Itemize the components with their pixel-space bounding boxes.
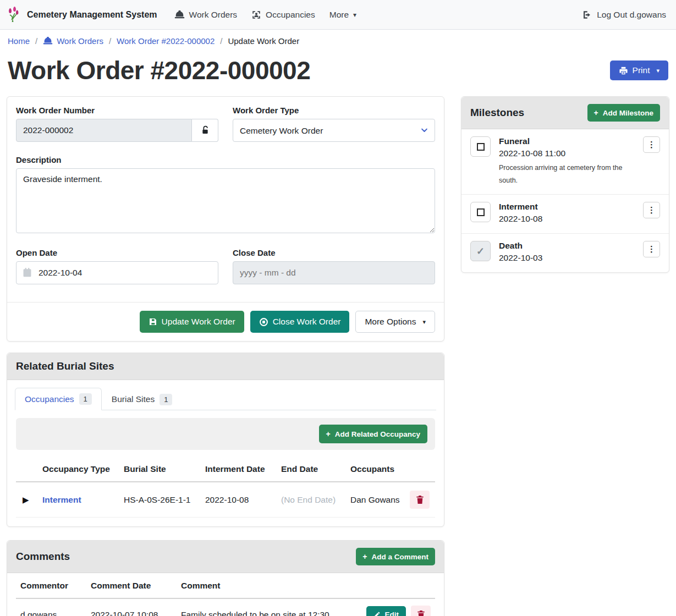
related-burial-sites-card: Related Burial Sites Occupancies 1 Buria… xyxy=(7,353,444,527)
breadcrumb-separator: / xyxy=(35,36,37,46)
milestone-menu-button[interactable]: ⋮ xyxy=(643,136,660,153)
save-icon xyxy=(149,317,157,326)
work-order-number-input xyxy=(16,119,192,142)
add-comment-label: Add a Comment xyxy=(371,553,428,561)
col-comment-actions xyxy=(361,574,435,598)
breadcrumb-separator: / xyxy=(220,36,222,46)
stop-circle-icon xyxy=(259,317,268,327)
tab-burial-sites-count-badge: 1 xyxy=(160,394,172,405)
comment-row: d.gowans 2022-10-07 10:08 Family schedul… xyxy=(16,598,435,616)
milestone-row-interment: Interment 2022-10-08 ⋮ xyxy=(461,195,669,234)
update-work-order-button[interactable]: Update Work Order xyxy=(140,311,244,333)
kebab-menu-icon: ⋮ xyxy=(647,140,656,150)
col-burial-site: Burial Site xyxy=(119,458,201,482)
add-related-occupancy-button[interactable]: + Add Related Occupancy xyxy=(319,425,427,443)
checkbox-icon xyxy=(477,143,485,151)
milestone-checkbox[interactable] xyxy=(470,202,491,222)
milestone-description: Procession arriving at cemetery from the… xyxy=(499,162,636,187)
col-interment-date: Interment Date xyxy=(201,458,277,482)
nav-work-orders[interactable]: Work Orders xyxy=(167,6,245,24)
breadcrumb-current: Update Work Order xyxy=(228,36,299,46)
tab-occupancies-count-badge: 1 xyxy=(79,393,92,405)
open-date-input[interactable] xyxy=(16,261,218,284)
add-milestone-button[interactable]: + Add Milestone xyxy=(587,104,660,122)
nav-more[interactable]: More ▾ xyxy=(322,6,364,24)
milestone-date: 2022-10-08 11:00 xyxy=(499,148,636,158)
milestone-title: Death xyxy=(499,241,636,251)
comments-table-header-row: Commentor Comment Date Comment xyxy=(16,574,435,598)
lock-toggle-button[interactable] xyxy=(192,119,218,142)
description-textarea[interactable]: Graveside interment. xyxy=(16,168,435,233)
breadcrumb-home[interactable]: Home xyxy=(8,36,30,46)
trash-icon xyxy=(416,495,424,504)
add-related-occupancy-label: Add Related Occupancy xyxy=(335,430,420,438)
work-order-type-select[interactable]: Cemetery Work Order xyxy=(233,119,435,142)
milestone-date: 2022-10-08 xyxy=(499,214,636,224)
close-date-field: Close Date xyxy=(233,248,435,284)
edit-comment-label: Edit xyxy=(385,610,399,616)
description-label: Description xyxy=(16,155,435,164)
add-comment-button[interactable]: + Add a Comment xyxy=(356,548,435,565)
tab-burial-sites[interactable]: Burial Sites 1 xyxy=(102,388,183,410)
occupants-cell: Dan Gowans xyxy=(346,482,405,518)
comments-title: Comments xyxy=(16,551,70,563)
close-work-order-button[interactable]: Close Work Order xyxy=(250,311,350,333)
plus-icon: + xyxy=(594,108,598,117)
milestone-menu-button[interactable]: ⋮ xyxy=(643,241,660,257)
nav-occupancies[interactable]: Occupancies xyxy=(244,6,322,24)
edit-comment-button[interactable]: Edit xyxy=(366,606,406,616)
breadcrumb: Home / Work Orders / Work Order #2022-00… xyxy=(0,30,676,51)
update-work-order-label: Update Work Order xyxy=(162,317,235,327)
milestone-body: Death 2022-10-03 xyxy=(491,241,643,265)
occupancies-table-header-row: Occupancy Type Burial Site Interment Dat… xyxy=(16,458,435,482)
title-row: Work Order #2022-000002 Print ▾ xyxy=(0,51,676,87)
occupancy-type-link[interactable]: Interment xyxy=(38,482,119,518)
chevron-down-icon: ▾ xyxy=(656,67,659,74)
milestone-title: Funeral xyxy=(499,136,636,146)
work-order-type-label: Work Order Type xyxy=(233,106,435,115)
tab-occupancies[interactable]: Occupancies 1 xyxy=(15,388,102,410)
brand[interactable]: Cemetery Management System xyxy=(8,7,157,23)
col-occupancy-type: Occupancy Type xyxy=(38,458,119,482)
close-date-input xyxy=(233,261,435,284)
comment-date-cell: 2022-10-07 10:08 xyxy=(86,598,177,616)
occupancies-toolbar: + Add Related Occupancy xyxy=(16,418,435,450)
related-burial-sites-title: Related Burial Sites xyxy=(16,360,114,372)
nav-occupancies-label: Occupancies xyxy=(266,10,315,20)
burial-site-cell: HS-A-0S-26E-1-1 xyxy=(119,482,201,518)
comments-body: Commentor Comment Date Comment d.gowans … xyxy=(7,573,444,616)
expand-row-button[interactable]: ▶ xyxy=(20,494,31,506)
milestone-checkbox-checked[interactable]: ✓ xyxy=(470,241,491,261)
chevron-down-icon: ▾ xyxy=(353,11,356,19)
top-navbar: Cemetery Management System Work Orders xyxy=(0,0,676,30)
breadcrumb-work-orders[interactable]: Work Orders xyxy=(43,36,103,46)
comments-card: Comments + Add a Comment Commentor Comme… xyxy=(7,540,444,616)
milestone-menu-button[interactable]: ⋮ xyxy=(643,202,660,218)
tab-occupancies-label: Occupancies xyxy=(25,394,74,404)
delete-occupancy-button[interactable] xyxy=(410,491,430,509)
print-button[interactable]: Print ▾ xyxy=(610,61,668,80)
delete-comment-button[interactable] xyxy=(411,606,431,616)
more-options-button[interactable]: More Options ▾ xyxy=(355,311,435,333)
comments-table: Commentor Comment Date Comment d.gowans … xyxy=(16,574,435,616)
milestones-card: Milestones + Add Milestone Funeral 2022-… xyxy=(461,96,669,273)
printer-icon xyxy=(619,66,628,75)
breadcrumb-work-order-number[interactable]: Work Order #2022-000002 xyxy=(117,36,215,46)
breadcrumb-separator: / xyxy=(109,36,111,46)
work-order-form-body: Work Order Number xyxy=(7,97,444,302)
logout-button[interactable]: Log Out d.gowans xyxy=(580,6,668,24)
milestone-checkbox[interactable] xyxy=(470,136,491,157)
logout-icon xyxy=(582,10,592,20)
breadcrumb-work-orders-label: Work Orders xyxy=(57,36,103,46)
side-column: Milestones + Add Milestone Funeral 2022-… xyxy=(461,96,669,273)
brand-title: Cemetery Management System xyxy=(27,10,157,20)
milestones-title: Milestones xyxy=(470,107,524,119)
milestone-title: Interment xyxy=(499,202,636,212)
occupancy-row: ▶ Interment HS-A-0S-26E-1-1 2022-10-08 (… xyxy=(16,482,435,518)
unlock-icon xyxy=(201,125,210,135)
kebab-menu-icon: ⋮ xyxy=(647,205,656,215)
kebab-menu-icon: ⋮ xyxy=(647,244,656,254)
expand-column-header xyxy=(16,458,38,482)
logout-label: Log Out d.gowans xyxy=(597,10,666,20)
add-milestone-label: Add Milestone xyxy=(603,109,653,117)
